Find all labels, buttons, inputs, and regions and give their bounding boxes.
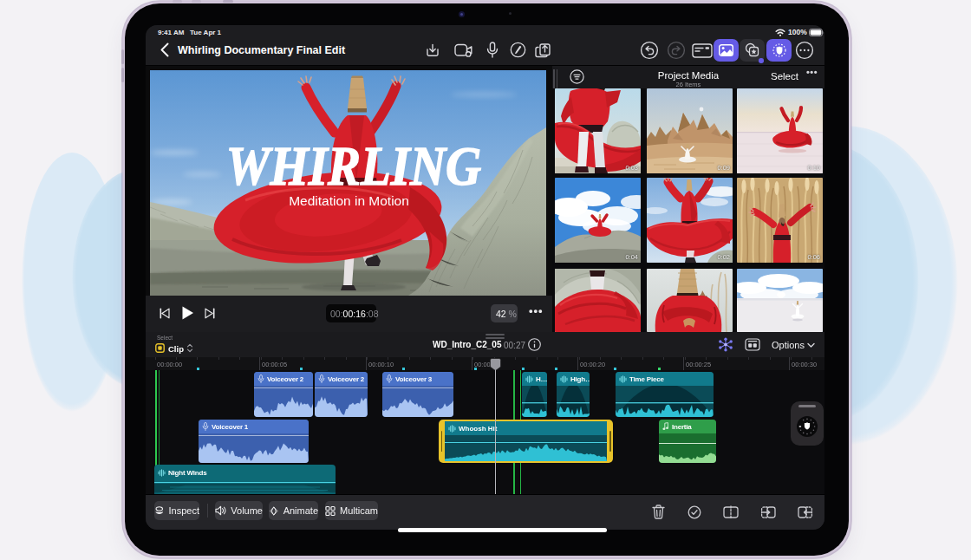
svg-text:WHIRLING: WHIRLING xyxy=(226,137,482,197)
svg-text:Meditation in Motion: Meditation in Motion xyxy=(289,193,409,208)
